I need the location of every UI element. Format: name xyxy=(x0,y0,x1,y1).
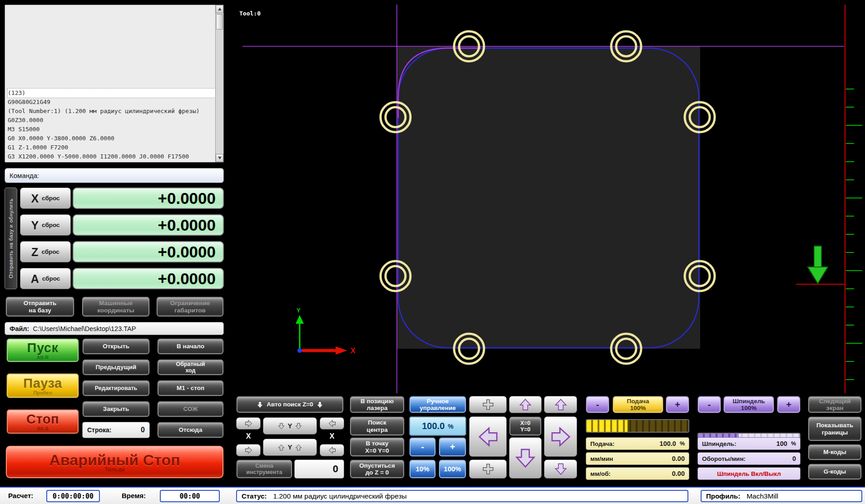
arrow-left-icon xyxy=(328,420,336,427)
dro-y-value[interactable]: +0.0000 xyxy=(73,214,224,236)
command-label: Команда: xyxy=(10,172,39,179)
toolpath-display[interactable]: Y X Tool:0 xyxy=(236,5,865,393)
scrollbar-up-button[interactable] xyxy=(216,5,223,13)
center-probe-button[interactable]: Поискцентра xyxy=(350,416,405,436)
gcode-viewer[interactable]: (123) G90G80G21G49 (Tool Number:1) (1.20… xyxy=(5,5,224,163)
spindle-override-minus-button[interactable]: - xyxy=(697,396,721,413)
scrollbar-thumb[interactable] xyxy=(216,14,223,30)
zero-x-button[interactable]: Xсброс xyxy=(20,188,71,209)
soft-limits-button[interactable]: Ограничениегабаритов xyxy=(156,296,224,317)
gcode-scrollbar[interactable] xyxy=(215,5,223,162)
open-file-button[interactable]: Открыть xyxy=(82,338,150,355)
tool-number-display[interactable]: 0 xyxy=(294,460,344,479)
gcode-line: G3 X1200.0000 Y-5000.0000 I1200.0000 J0.… xyxy=(8,152,215,161)
triangle-up-icon xyxy=(218,8,222,10)
emergency-stop-button[interactable]: Аварийный Стоп Тильда xyxy=(5,445,224,479)
edit-gcode-button[interactable]: Редактировать xyxy=(82,380,150,396)
jog-a-plus-button[interactable] xyxy=(469,396,507,413)
calc-time-label: Расчет: xyxy=(8,492,33,499)
manual-control-button[interactable]: Ручноеуправление xyxy=(409,396,466,413)
cycle-start-button[interactable]: Пуск Alt-R xyxy=(6,338,79,362)
zero-z-button[interactable]: Zсброс xyxy=(20,241,71,262)
drop-to-z-zero-button[interactable]: Опуститьсядо Z = 0 xyxy=(350,460,405,479)
jog-x-plus-small-button[interactable] xyxy=(236,444,261,456)
feed-override-reset-button[interactable]: Подача100% xyxy=(613,396,663,413)
file-path-field[interactable]: Файл: C:\Users\Michael\Desktop\123.TAP xyxy=(5,322,224,335)
zero-a-button[interactable]: Aсброс xyxy=(20,268,71,289)
tracking-screen-button[interactable]: Следящийэкран xyxy=(808,396,862,413)
m-codes-button[interactable]: М-коды xyxy=(808,444,862,460)
jog-100-percent-button[interactable]: 100% xyxy=(439,460,466,479)
jog-x-minus-small-button[interactable] xyxy=(320,417,344,430)
svg-text:X: X xyxy=(351,347,356,355)
profile-label: Профиль: xyxy=(706,492,740,500)
gcode-line: G0Z30.0000 xyxy=(8,116,215,125)
spindle-toggle-button[interactable]: Шпиндель Вкл/Выкл xyxy=(697,467,801,480)
reverse-run-button[interactable]: Обратныйход xyxy=(157,359,224,376)
jog-a-minus-button[interactable] xyxy=(469,460,507,479)
gcode-lines: (123) G90G80G21G49 (Tool Number:1) (1.20… xyxy=(5,5,215,162)
previous-line-button[interactable]: Предыдущий xyxy=(82,359,150,376)
status-label: Статус: xyxy=(242,492,267,500)
jog-percent-display[interactable]: 100.0 % xyxy=(409,416,466,436)
ref-all-home-button[interactable]: Отправитьна базу xyxy=(5,296,74,317)
stop-button[interactable]: Стоп Alt-S xyxy=(6,409,79,434)
spindle-rpm-readout: Обороты/мин: 0 xyxy=(697,452,801,465)
gcode-line: G0 X0.0000 Y-3800.0000 Z6.0000 xyxy=(8,134,215,143)
jog-x-minus-button[interactable] xyxy=(469,416,507,457)
jog-x-minus-small-button[interactable] xyxy=(320,444,344,456)
pause-button[interactable]: Пауза Пробел xyxy=(6,373,79,398)
scrollbar-down-button[interactable] xyxy=(216,154,223,162)
show-bounds-button[interactable]: Показыватьграницы xyxy=(808,416,862,441)
status-value: 1.200 мм радиус цилиндрический фрезы xyxy=(273,492,407,500)
jog-y-minus-button[interactable]: Y xyxy=(263,417,317,435)
jog-x-plus-button[interactable] xyxy=(544,416,577,457)
tool-change-button[interactable]: Сменаинструмента xyxy=(236,460,292,479)
jog-y-plus-small-button[interactable]: Y xyxy=(263,439,317,456)
arrow-down-icon xyxy=(316,401,324,409)
feed-override-plus-button[interactable]: + xyxy=(666,396,689,413)
jog-z-plus-button[interactable] xyxy=(544,396,577,413)
run-from-here-button[interactable]: Отсюда xyxy=(157,422,224,438)
jog-percent-minus-button[interactable]: - xyxy=(409,437,436,457)
zero-y-button[interactable]: Yсброс xyxy=(20,214,71,236)
jog-y-plus-button[interactable] xyxy=(509,396,542,413)
dro-x-value[interactable]: +0.0000 xyxy=(73,188,224,209)
spindle-override-plus-button[interactable]: + xyxy=(777,396,801,413)
gcode-current-line: (123) xyxy=(8,89,215,98)
feed-override-minus-button[interactable]: - xyxy=(586,396,609,413)
line-number-value: 0 xyxy=(141,426,145,434)
machine-coords-button[interactable]: Машинныекоординаты xyxy=(82,296,150,317)
spindle-override-readout: Шпиндель: 100 % xyxy=(697,437,801,450)
jog-x-plus-small-button[interactable] xyxy=(236,417,261,430)
arrow-down-icon xyxy=(515,448,536,469)
close-file-button[interactable]: Закрыть xyxy=(82,401,150,417)
feed-override-slider[interactable] xyxy=(586,419,689,433)
spindle-override-reset-button[interactable]: Шпиндель100% xyxy=(723,396,774,413)
coolant-button[interactable]: СОЖ xyxy=(157,401,224,417)
set-xy-zero-button[interactable]: X=0Y=0 xyxy=(509,416,542,436)
profile-value: Mach3Mill xyxy=(746,492,778,500)
jog-y-minus-big-button[interactable] xyxy=(509,437,542,479)
scrollbar-track[interactable] xyxy=(216,13,223,154)
elapsed-time-label: Время: xyxy=(122,492,146,499)
jog-z-minus-button[interactable] xyxy=(544,460,577,479)
feed-mm-per-min-readout: мм/мин 0.00 xyxy=(586,452,689,465)
command-input[interactable]: Команда: xyxy=(5,168,224,183)
feed-override-readout: Подача: 100.0 % xyxy=(586,437,689,450)
rewind-button[interactable]: В начало xyxy=(157,338,224,355)
jog-10-percent-button[interactable]: 10% xyxy=(409,460,436,479)
g-codes-button[interactable]: G-коды xyxy=(808,464,862,480)
line-number-field[interactable]: Строка: 0 xyxy=(82,422,150,438)
arrow-up-icon xyxy=(278,444,285,451)
m1-stop-button[interactable]: M1 - стоп xyxy=(157,380,224,396)
jog-percent-plus-button[interactable]: + xyxy=(439,437,466,457)
auto-z-probe-button[interactable]: Авто поиск Z=0 xyxy=(236,396,344,413)
dro-z-value[interactable]: +0.0000 xyxy=(73,241,224,262)
tool-number-label: Tool:0 xyxy=(239,10,261,17)
goto-laser-position-button[interactable]: В позициюлазера xyxy=(350,396,405,413)
goto-xy-zero-button[interactable]: В точкуX=0 Y=0 xyxy=(350,437,405,457)
dro-a-value[interactable]: +0.0000 xyxy=(73,268,224,289)
arrow-left-icon xyxy=(478,426,499,447)
a-axis-cross-icon xyxy=(482,399,494,410)
